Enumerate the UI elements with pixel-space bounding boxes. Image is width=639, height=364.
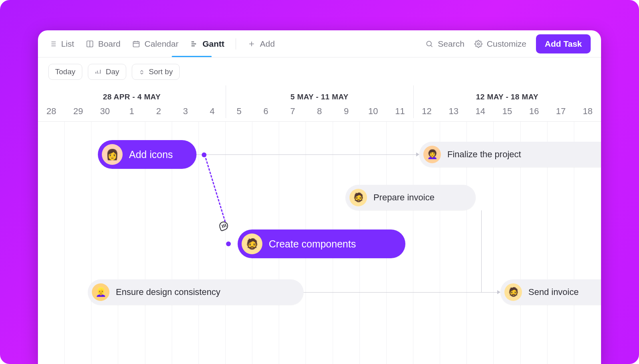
top-nav: List Board Calendar [38,30,601,57]
gear-icon [474,40,483,48]
dependency-arrow-icon [416,152,419,156]
today-button[interactable]: Today [48,64,82,80]
day-cell: 11 [387,106,413,117]
add-task-label: Add Task [545,39,582,48]
dependency-line [196,154,416,155]
range-1: 5 MAY - 11 MAY [226,93,413,101]
svg-point-2 [427,41,432,46]
avatar: 👩 [102,144,123,165]
day-cell: 6 [252,106,279,117]
day-cell: 4 [199,106,226,117]
day-cell: 9 [333,106,360,117]
gantt-body[interactable]: 👩 Add icons 👩‍🦱 Finalize the project 🧔 P… [38,122,601,364]
search-icon [425,40,434,48]
dependency-line [481,292,498,293]
plus-icon [247,40,256,48]
day-cell: 8 [306,106,333,117]
dependency-line [304,292,481,293]
day-cell: 5 [226,106,252,117]
dependency-handle-icon[interactable] [226,241,231,246]
day-cell: 29 [65,106,91,117]
customize-button[interactable]: Customize [474,39,526,49]
task-label: Send invoice [528,287,579,297]
timeline-header: 28 APR - 4 MAY 5 MAY - 11 MAY 12 MAY - 1… [38,85,601,122]
calendar-icon [132,40,141,48]
search-label: Search [438,39,464,49]
customize-label: Customize [487,39,526,49]
app-window: List Board Calendar [38,30,601,364]
add-view-button[interactable]: Add [247,39,275,49]
range-sep-2 [413,85,414,118]
add-view-label: Add [260,39,275,49]
day-cell: 13 [440,106,467,117]
view-board[interactable]: Board [85,39,121,49]
day-cell: 28 [38,106,65,117]
range-2: 12 MAY - 18 MAY [413,93,601,101]
view-divider [236,38,236,49]
sort-by-label: Sort by [149,67,173,76]
view-gantt-label: Gantt [202,39,224,49]
day-cell: 12 [413,106,440,117]
day-cell: 3 [172,106,199,117]
gantt-icon [190,40,198,48]
day-cell: 7 [279,106,306,117]
view-board-label: Board [98,39,121,49]
range-0: 28 APR - 4 MAY [38,93,226,101]
add-task-button[interactable]: Add Task [536,34,591,53]
range-sep-1 [226,85,226,118]
task-create-components[interactable]: 🧔 Create components [238,229,405,258]
zoom-day-label: Day [106,67,119,76]
task-ensure-design[interactable]: 👱‍♀️ Ensure design consistency [88,279,304,305]
zoom-day-button[interactable]: Day [88,64,126,80]
task-prepare-invoice[interactable]: 🧔 Prepare invoice [345,185,476,210]
task-finalize-project[interactable]: 👩‍🦱 Finalize the project [419,142,601,167]
day-cell: 30 [91,106,118,117]
day-cell: 18 [574,106,601,117]
task-label: Create components [269,238,356,250]
active-view-underline [172,56,212,57]
avatar: 🧔 [504,283,522,301]
svg-point-3 [477,43,479,45]
sort-icon [139,69,145,75]
day-cell: 2 [145,106,172,117]
task-label: Ensure design consistency [116,287,220,297]
view-calendar[interactable]: Calendar [132,39,179,49]
dependency-line [481,210,482,292]
view-list-label: List [61,39,74,49]
day-cell: 15 [494,106,520,117]
day-row: 282930123456789101112131415161718 [38,101,601,122]
background: List Board Calendar [0,0,639,364]
day-cell: 17 [548,106,574,117]
day-cell: 10 [360,106,387,117]
dependency-arrow-icon [497,290,500,294]
view-calendar-label: Calendar [145,39,179,49]
task-label: Add icons [129,149,173,160]
task-label: Prepare invoice [373,192,435,203]
task-add-icons[interactable]: 👩 Add icons [98,140,196,169]
today-label: Today [55,67,75,76]
board-icon [85,40,94,48]
avatar: 🧔 [349,189,367,206]
svg-rect-1 [133,42,139,47]
day-cell: 14 [467,106,494,117]
sort-by-button[interactable]: Sort by [132,64,180,80]
task-label: Finalize the project [447,149,521,160]
avatar: 🧔 [242,233,262,254]
list-icon [48,40,57,48]
day-cell: 1 [118,106,145,117]
view-list[interactable]: List [48,39,74,49]
search-button[interactable]: Search [425,39,464,49]
gantt-toolbar: Today Day Sort by [38,57,601,85]
zoom-icon [95,68,102,75]
day-cell: 16 [521,106,548,117]
task-send-invoice[interactable]: 🧔 Send invoice [500,279,601,305]
view-gantt[interactable]: Gantt [190,39,224,49]
avatar: 👩‍🦱 [423,146,441,163]
avatar: 👱‍♀️ [92,283,109,301]
